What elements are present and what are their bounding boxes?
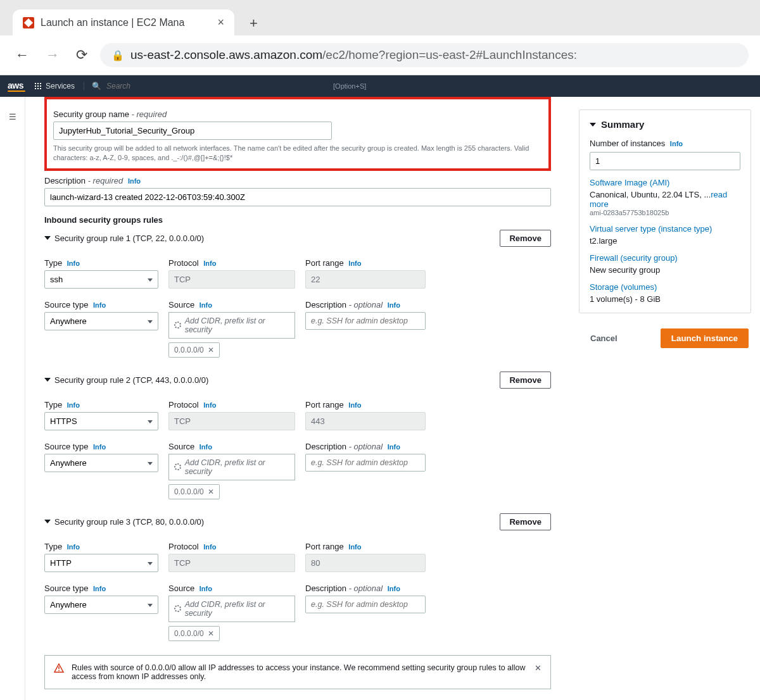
services-menu[interactable]: Services [34, 82, 75, 91]
rule-type-select[interactable]: HTTP [44, 554, 158, 572]
launch-instance-button[interactable]: Launch instance [661, 328, 749, 348]
rule-description-input[interactable] [305, 454, 426, 472]
source-type-select[interactable]: Anywhere [44, 312, 158, 330]
new-tab-button[interactable]: + [243, 15, 264, 35]
close-warning-icon[interactable]: ✕ [535, 663, 542, 673]
description-label: Description - required Info [44, 176, 551, 185]
cancel-button[interactable]: Cancel [581, 330, 626, 347]
info-link[interactable]: Info [200, 585, 212, 592]
open-cidr-warning: Rules with source of 0.0.0.0/0 allow all… [44, 655, 551, 689]
rule-description-input[interactable] [305, 312, 426, 330]
remove-chip-icon[interactable]: ✕ [208, 487, 214, 496]
info-link[interactable]: Info [388, 301, 400, 309]
rule-title[interactable]: Security group rule 3 (TCP, 80, 0.0.0.0/… [44, 517, 204, 527]
tab-title: Launch an instance | EC2 Mana [41, 17, 211, 28]
instance-count-input[interactable] [590, 152, 740, 170]
summary-actions: Cancel Launch instance [579, 322, 751, 354]
info-link[interactable]: Info [128, 177, 141, 185]
search-icon: 🔍 [92, 82, 101, 91]
spinner-icon [174, 463, 181, 470]
spinner-icon [174, 605, 181, 612]
sg-name-label: Security group name - required [53, 109, 542, 119]
protocol-readonly: TCP [168, 270, 295, 289]
aws-favicon-icon [23, 17, 34, 28]
info-link[interactable]: Info [388, 443, 400, 451]
search-shortcut: [Option+S] [333, 82, 366, 90]
forward-button[interactable]: → [42, 44, 63, 66]
source-cidr-input[interactable]: Add CIDR, prefix list or security [168, 312, 295, 339]
address-bar[interactable]: 🔒 us-east-2.console.aws.amazon.com/ec2/h… [100, 43, 749, 67]
info-link[interactable]: Info [67, 401, 80, 409]
info-link[interactable]: Info [200, 443, 212, 451]
reload-button[interactable]: ⟳ [72, 44, 91, 66]
lock-icon: 🔒 [111, 49, 124, 61]
rule-type-select[interactable]: ssh [44, 270, 158, 289]
rule-title[interactable]: Security group rule 2 (TCP, 443, 0.0.0.0… [44, 375, 208, 385]
rule-type-select[interactable]: HTTPS [44, 412, 158, 430]
cidr-chip[interactable]: 0.0.0.0/0 ✕ [168, 626, 220, 641]
security-group-name-section: Security group name - required This secu… [44, 97, 551, 171]
sg-name-helper: This security group will be added to all… [53, 144, 542, 163]
rule-title[interactable]: Security group rule 1 (TCP, 22, 0.0.0.0/… [44, 234, 204, 243]
aws-search[interactable]: 🔍 [Option+S] [84, 82, 366, 91]
port-range-readonly: 443 [305, 412, 426, 430]
info-link[interactable]: Info [93, 301, 106, 309]
rule-description-input[interactable] [305, 596, 426, 613]
info-link[interactable]: Info [93, 443, 106, 451]
info-link[interactable]: Info [203, 543, 216, 551]
aws-search-input[interactable] [106, 82, 328, 91]
info-link[interactable]: Info [67, 543, 80, 551]
summary-storage-label[interactable]: Storage (volumes) [590, 282, 740, 292]
caret-down-icon [590, 123, 596, 127]
description-input[interactable] [44, 188, 551, 206]
remove-rule-button[interactable]: Remove [500, 513, 551, 530]
source-cidr-input[interactable]: Add CIDR, prefix list or security [168, 454, 295, 480]
aws-logo[interactable]: aws [8, 80, 25, 92]
close-tab-icon[interactable]: × [217, 16, 224, 29]
info-link[interactable]: Info [670, 140, 683, 147]
source-cidr-input[interactable]: Add CIDR, prefix list or security [168, 596, 295, 622]
summary-header[interactable]: Summary [590, 119, 740, 130]
caret-down-icon [44, 378, 51, 382]
info-link[interactable]: Info [388, 585, 400, 592]
info-link[interactable]: Info [93, 585, 106, 592]
remove-rule-button[interactable]: Remove [500, 372, 551, 389]
source-type-select[interactable]: Anywhere [44, 454, 158, 472]
source-type-select[interactable]: Anywhere [44, 596, 158, 614]
port-range-readonly: 22 [305, 270, 426, 289]
protocol-readonly: TCP [168, 412, 295, 430]
info-link[interactable]: Info [200, 301, 212, 309]
cidr-chip[interactable]: 0.0.0.0/0 ✕ [168, 342, 220, 358]
inbound-rules-header: Inbound security groups rules [44, 215, 551, 225]
hamburger-menu[interactable]: ☰ [0, 97, 25, 700]
remove-chip-icon[interactable]: ✕ [208, 629, 214, 638]
back-button[interactable]: ← [11, 44, 33, 66]
remove-rule-button[interactable]: Remove [500, 230, 551, 247]
summary-instance-type-label[interactable]: Virtual server type (instance type) [590, 224, 740, 234]
grid-icon [34, 82, 42, 90]
sg-name-input[interactable] [53, 122, 332, 140]
warning-icon [54, 663, 64, 675]
browser-tab[interactable]: Launch an instance | EC2 Mana × [13, 9, 234, 35]
info-link[interactable]: Info [348, 259, 361, 267]
summary-panel: Summary Number of instances Info Softwar… [579, 109, 751, 313]
info-link[interactable]: Info [67, 259, 80, 267]
aws-top-nav: aws Services 🔍 [Option+S] [0, 75, 760, 97]
summary-ami-label[interactable]: Software Image (AMI) [590, 178, 740, 187]
info-link[interactable]: Info [348, 543, 361, 551]
caret-down-icon [44, 520, 51, 523]
cidr-chip[interactable]: 0.0.0.0/0 ✕ [168, 484, 220, 499]
info-link[interactable]: Info [348, 401, 361, 409]
summary-firewall-label[interactable]: Firewall (security group) [590, 253, 740, 263]
svg-point-1 [58, 670, 60, 671]
browser-chrome: Launch an instance | EC2 Mana × + ← → ⟳ … [0, 0, 760, 75]
info-link[interactable]: Info [203, 259, 216, 267]
port-range-readonly: 80 [305, 554, 426, 572]
remove-chip-icon[interactable]: ✕ [208, 346, 214, 354]
spinner-icon [174, 322, 181, 328]
caret-down-icon [44, 236, 51, 240]
info-link[interactable]: Info [203, 401, 216, 409]
protocol-readonly: TCP [168, 554, 295, 572]
